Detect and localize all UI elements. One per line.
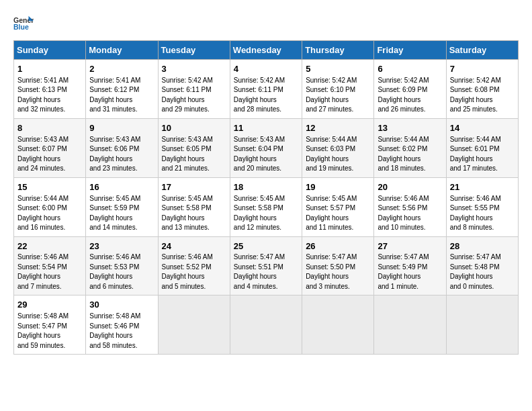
calendar-cell-5-5 <box>302 295 374 355</box>
column-header-wednesday: Wednesday <box>230 41 302 60</box>
day-number: 24 <box>162 240 226 253</box>
calendar-cell-2-7: 14Sunrise: 5:44 AMSunset: 6:01 PMDayligh… <box>446 118 518 177</box>
logo: General Blue <box>13 13 36 34</box>
day-number: 11 <box>234 122 298 135</box>
day-number: 13 <box>378 122 442 135</box>
calendar-body: 1Sunrise: 5:41 AMSunset: 6:13 PMDaylight… <box>14 60 519 355</box>
day-number: 5 <box>306 63 370 76</box>
day-details: Sunrise: 5:43 AMSunset: 6:04 PMDaylight … <box>234 135 298 174</box>
logo-icon: General Blue <box>13 13 34 34</box>
calendar-cell-1-1: 1Sunrise: 5:41 AMSunset: 6:13 PMDaylight… <box>14 60 86 119</box>
day-details: Sunrise: 5:42 AMSunset: 6:11 PMDaylight … <box>162 76 226 115</box>
calendar-cell-4-5: 26Sunrise: 5:47 AMSunset: 5:50 PMDayligh… <box>302 236 374 295</box>
column-header-saturday: Saturday <box>446 41 518 60</box>
day-details: Sunrise: 5:42 AMSunset: 6:09 PMDaylight … <box>378 76 442 115</box>
day-details: Sunrise: 5:44 AMSunset: 6:00 PMDaylight … <box>17 194 82 233</box>
day-details: Sunrise: 5:45 AMSunset: 5:58 PMDaylight … <box>162 194 226 233</box>
day-number: 18 <box>234 181 298 194</box>
calendar-cell-2-4: 11Sunrise: 5:43 AMSunset: 6:04 PMDayligh… <box>230 118 302 177</box>
day-number: 12 <box>306 122 370 135</box>
calendar-cell-2-5: 12Sunrise: 5:44 AMSunset: 6:03 PMDayligh… <box>302 118 374 177</box>
day-details: Sunrise: 5:45 AMSunset: 5:59 PMDaylight … <box>89 194 154 233</box>
day-number: 17 <box>162 181 226 194</box>
day-details: Sunrise: 5:46 AMSunset: 5:54 PMDaylight … <box>17 253 82 291</box>
calendar-cell-3-5: 19Sunrise: 5:45 AMSunset: 5:57 PMDayligh… <box>302 177 374 236</box>
calendar-cell-1-7: 7Sunrise: 5:42 AMSunset: 6:08 PMDaylight… <box>446 60 518 119</box>
page-header: General Blue <box>13 13 519 34</box>
day-number: 10 <box>162 122 226 135</box>
calendar-cell-1-6: 6Sunrise: 5:42 AMSunset: 6:09 PMDaylight… <box>374 60 446 119</box>
column-header-tuesday: Tuesday <box>158 41 230 60</box>
day-number: 14 <box>450 122 515 135</box>
calendar-header-row: SundayMondayTuesdayWednesdayThursdayFrid… <box>14 41 519 60</box>
calendar-cell-5-1: 29Sunrise: 5:48 AMSunset: 5:47 PMDayligh… <box>14 295 86 355</box>
day-details: Sunrise: 5:44 AMSunset: 6:03 PMDaylight … <box>306 135 370 174</box>
day-details: Sunrise: 5:43 AMSunset: 6:06 PMDaylight … <box>89 135 154 174</box>
day-details: Sunrise: 5:46 AMSunset: 5:53 PMDaylight … <box>89 253 154 291</box>
day-details: Sunrise: 5:48 AMSunset: 5:47 PMDaylight … <box>17 312 82 351</box>
day-number: 28 <box>450 240 515 253</box>
calendar-cell-1-5: 5Sunrise: 5:42 AMSunset: 6:10 PMDaylight… <box>302 60 374 119</box>
calendar-cell-4-1: 22Sunrise: 5:46 AMSunset: 5:54 PMDayligh… <box>14 236 86 295</box>
calendar-cell-5-3 <box>158 295 230 355</box>
day-number: 19 <box>306 181 370 194</box>
day-number: 6 <box>378 63 442 76</box>
calendar-table: SundayMondayTuesdayWednesdayThursdayFrid… <box>13 40 519 355</box>
calendar-cell-3-7: 21Sunrise: 5:46 AMSunset: 5:55 PMDayligh… <box>446 177 518 236</box>
day-number: 26 <box>306 240 370 253</box>
calendar-cell-5-2: 30Sunrise: 5:48 AMSunset: 5:46 PMDayligh… <box>86 295 158 355</box>
calendar-cell-3-4: 18Sunrise: 5:45 AMSunset: 5:58 PMDayligh… <box>230 177 302 236</box>
svg-text:Blue: Blue <box>13 23 29 31</box>
day-number: 7 <box>450 63 515 76</box>
calendar-week-2: 8Sunrise: 5:43 AMSunset: 6:07 PMDaylight… <box>14 118 519 177</box>
calendar-cell-4-6: 27Sunrise: 5:47 AMSunset: 5:49 PMDayligh… <box>374 236 446 295</box>
calendar-cell-1-3: 3Sunrise: 5:42 AMSunset: 6:11 PMDaylight… <box>158 60 230 119</box>
day-details: Sunrise: 5:44 AMSunset: 6:01 PMDaylight … <box>450 135 515 174</box>
calendar-cell-1-4: 4Sunrise: 5:42 AMSunset: 6:11 PMDaylight… <box>230 60 302 119</box>
day-details: Sunrise: 5:48 AMSunset: 5:46 PMDaylight … <box>89 312 154 351</box>
calendar-cell-4-4: 25Sunrise: 5:47 AMSunset: 5:51 PMDayligh… <box>230 236 302 295</box>
day-number: 21 <box>450 181 515 194</box>
day-number: 4 <box>234 63 298 76</box>
calendar-cell-2-2: 9Sunrise: 5:43 AMSunset: 6:06 PMDaylight… <box>86 118 158 177</box>
day-details: Sunrise: 5:47 AMSunset: 5:51 PMDaylight … <box>234 253 298 291</box>
column-header-monday: Monday <box>86 41 158 60</box>
calendar-week-5: 29Sunrise: 5:48 AMSunset: 5:47 PMDayligh… <box>14 295 519 355</box>
day-number: 29 <box>17 299 82 312</box>
day-details: Sunrise: 5:46 AMSunset: 5:55 PMDaylight … <box>450 194 515 233</box>
day-details: Sunrise: 5:43 AMSunset: 6:05 PMDaylight … <box>162 135 226 174</box>
calendar-cell-3-2: 16Sunrise: 5:45 AMSunset: 5:59 PMDayligh… <box>86 177 158 236</box>
day-details: Sunrise: 5:42 AMSunset: 6:11 PMDaylight … <box>234 76 298 115</box>
day-details: Sunrise: 5:46 AMSunset: 5:52 PMDaylight … <box>162 253 226 291</box>
calendar-cell-5-6 <box>374 295 446 355</box>
calendar-cell-4-2: 23Sunrise: 5:46 AMSunset: 5:53 PMDayligh… <box>86 236 158 295</box>
calendar-week-4: 22Sunrise: 5:46 AMSunset: 5:54 PMDayligh… <box>14 236 519 295</box>
day-number: 25 <box>234 240 298 253</box>
day-details: Sunrise: 5:45 AMSunset: 5:57 PMDaylight … <box>306 194 370 233</box>
day-number: 20 <box>378 181 442 194</box>
day-number: 16 <box>89 181 154 194</box>
day-number: 30 <box>89 299 154 312</box>
day-number: 3 <box>162 63 226 76</box>
day-details: Sunrise: 5:45 AMSunset: 5:58 PMDaylight … <box>234 194 298 233</box>
day-details: Sunrise: 5:46 AMSunset: 5:56 PMDaylight … <box>378 194 442 233</box>
day-number: 15 <box>17 181 82 194</box>
calendar-cell-5-7 <box>446 295 518 355</box>
day-number: 8 <box>17 122 82 135</box>
day-number: 2 <box>89 63 154 76</box>
calendar-cell-4-7: 28Sunrise: 5:47 AMSunset: 5:48 PMDayligh… <box>446 236 518 295</box>
day-details: Sunrise: 5:41 AMSunset: 6:12 PMDaylight … <box>89 76 154 115</box>
calendar-cell-1-2: 2Sunrise: 5:41 AMSunset: 6:12 PMDaylight… <box>86 60 158 119</box>
calendar-cell-3-1: 15Sunrise: 5:44 AMSunset: 6:00 PMDayligh… <box>14 177 86 236</box>
calendar-cell-4-3: 24Sunrise: 5:46 AMSunset: 5:52 PMDayligh… <box>158 236 230 295</box>
calendar-cell-2-1: 8Sunrise: 5:43 AMSunset: 6:07 PMDaylight… <box>14 118 86 177</box>
calendar-week-3: 15Sunrise: 5:44 AMSunset: 6:00 PMDayligh… <box>14 177 519 236</box>
column-header-friday: Friday <box>374 41 446 60</box>
day-details: Sunrise: 5:42 AMSunset: 6:10 PMDaylight … <box>306 76 370 115</box>
day-number: 27 <box>378 240 442 253</box>
day-number: 22 <box>17 240 82 253</box>
day-details: Sunrise: 5:44 AMSunset: 6:02 PMDaylight … <box>378 135 442 174</box>
calendar-cell-2-6: 13Sunrise: 5:44 AMSunset: 6:02 PMDayligh… <box>374 118 446 177</box>
column-header-sunday: Sunday <box>14 41 86 60</box>
calendar-cell-2-3: 10Sunrise: 5:43 AMSunset: 6:05 PMDayligh… <box>158 118 230 177</box>
